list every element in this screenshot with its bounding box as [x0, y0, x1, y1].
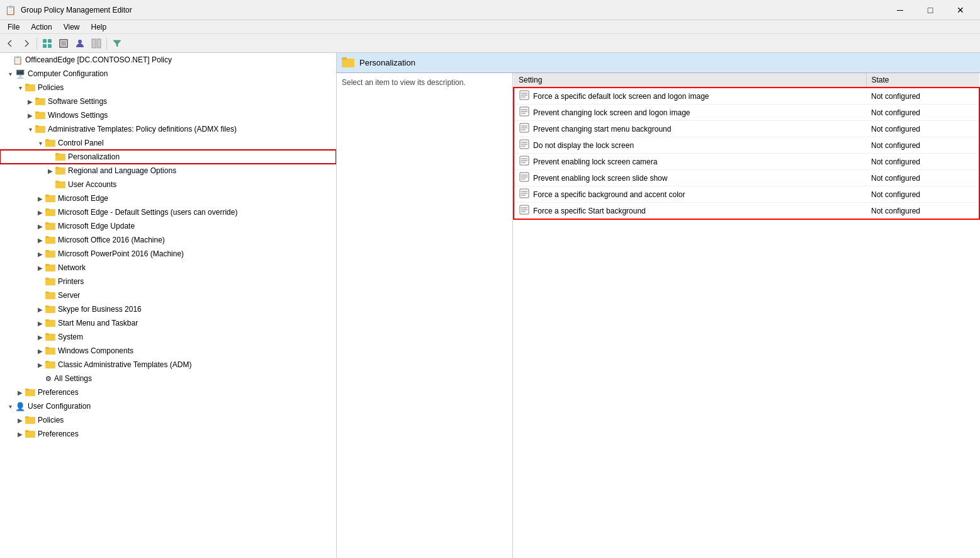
- expand-network[interactable]: ▶: [35, 263, 45, 273]
- tree-windows-components[interactable]: ▶ Windows Components: [0, 344, 336, 358]
- tree-all-settings[interactable]: ⚙ All Settings: [0, 372, 336, 385]
- settings-pane[interactable]: Setting State Force a specific de: [513, 73, 980, 558]
- tree-control-panel[interactable]: ▾ Control Panel: [0, 136, 336, 150]
- expand-skype[interactable]: ▶: [35, 304, 45, 314]
- expand-ms-ppt[interactable]: ▶: [35, 249, 45, 259]
- expand-control[interactable]: ▾: [35, 138, 45, 148]
- expand-ms-edge-update[interactable]: ▶: [35, 221, 45, 231]
- menu-view[interactable]: View: [59, 21, 85, 33]
- tree-user-config[interactable]: ▾ 👤 User Configuration: [0, 399, 336, 413]
- tree-start-menu[interactable]: ▶ Start Menu and Taskbar: [0, 316, 336, 330]
- table-row[interactable]: Prevent enabling lock screen camera Not …: [514, 154, 979, 170]
- svg-rect-43: [45, 305, 49, 307]
- tree-skype[interactable]: ▶ Skype for Business 2016: [0, 302, 336, 316]
- ms-edge-update-label: Microsoft Edge Update: [58, 222, 135, 231]
- state-cell: Not configured: [866, 154, 979, 170]
- tree-policies[interactable]: ▾ Policies: [0, 81, 336, 94]
- tree-user-accounts[interactable]: User Accounts: [0, 178, 336, 191]
- printers-folder-icon: [45, 276, 55, 287]
- svg-rect-55: [25, 416, 29, 418]
- description-hint: Select an item to view its description.: [342, 78, 466, 87]
- svg-rect-33: [45, 236, 49, 238]
- tree-user-preferences[interactable]: ▶ Preferences: [0, 427, 336, 441]
- svg-rect-31: [45, 222, 49, 224]
- all-settings-label: All Settings: [54, 374, 92, 383]
- expand-ms-edge[interactable]: ▶: [35, 193, 45, 203]
- expand-windows[interactable]: ▶: [25, 110, 35, 120]
- table-row[interactable]: Force a specific default lock screen and…: [514, 88, 979, 105]
- setting-cell: Prevent changing lock screen and logon i…: [514, 105, 866, 121]
- expand-software[interactable]: ▶: [25, 96, 35, 106]
- expand-computer-config[interactable]: ▾: [5, 69, 15, 79]
- forward-button[interactable]: [19, 36, 34, 51]
- expand-ms-office[interactable]: ▶: [35, 235, 45, 245]
- expand-preferences[interactable]: ▶: [15, 387, 25, 397]
- expand-ms-edge-default[interactable]: ▶: [35, 207, 45, 217]
- user-accounts-folder-icon: [55, 179, 65, 190]
- policy-icon: [519, 139, 529, 151]
- tree-personalization[interactable]: Personalization: [0, 150, 336, 164]
- tree-user-policies[interactable]: ▶ Policies: [0, 413, 336, 427]
- expand-system[interactable]: ▶: [35, 332, 45, 342]
- skype-folder-icon: [45, 304, 55, 315]
- tree-ms-office[interactable]: ▶ Microsoft Office 2016 (Machine): [0, 233, 336, 247]
- toolbar-btn-1[interactable]: [40, 36, 55, 51]
- setting-cell: Force a specific default lock screen and…: [514, 88, 866, 105]
- table-header-row: Setting State: [514, 73, 979, 88]
- ms-edge-label: Microsoft Edge: [58, 194, 108, 203]
- tree-root[interactable]: 📋 OfficeandEdge [DC.CONTOSO.NET] Policy: [0, 53, 336, 67]
- maximize-button[interactable]: □: [916, 1, 945, 19]
- menu-action[interactable]: Action: [26, 21, 57, 33]
- expand-start-menu[interactable]: ▶: [35, 318, 45, 328]
- tree-software-settings[interactable]: ▶ Software Settings: [0, 94, 336, 108]
- filter-button[interactable]: [110, 36, 125, 51]
- svg-rect-17: [35, 125, 39, 127]
- minimize-button[interactable]: ─: [886, 1, 915, 19]
- tree-system[interactable]: ▶ System: [0, 330, 336, 344]
- tree-printers[interactable]: Printers: [0, 275, 336, 288]
- expand-user-config[interactable]: ▾: [5, 401, 15, 411]
- tree-ms-edge[interactable]: ▶ Microsoft Edge: [0, 191, 336, 205]
- toolbar-btn-4[interactable]: [89, 36, 104, 51]
- tree-admin-templates[interactable]: ▾ Administrative Templates: Policy defin…: [0, 122, 336, 136]
- tree-regional[interactable]: ▶ Regional and Language Options: [0, 164, 336, 178]
- right-content: Select an item to view its description. …: [337, 73, 980, 558]
- svg-rect-49: [45, 347, 49, 349]
- expand-windows-components[interactable]: ▶: [35, 346, 45, 356]
- table-row[interactable]: Prevent enabling lock screen slide show …: [514, 170, 979, 186]
- expand-user-preferences[interactable]: ▶: [15, 429, 25, 439]
- table-row[interactable]: Force a specific Start background Not co…: [514, 203, 979, 220]
- expand-policies[interactable]: ▾: [15, 83, 25, 93]
- toolbar-btn-2[interactable]: [56, 36, 71, 51]
- toolbar-btn-3[interactable]: [72, 36, 87, 51]
- close-button[interactable]: ✕: [946, 1, 975, 19]
- tree-windows-settings[interactable]: ▶ Windows Settings: [0, 108, 336, 122]
- back-button[interactable]: [3, 36, 18, 51]
- root-label: OfficeandEdge [DC.CONTOSO.NET] Policy: [25, 55, 172, 64]
- tree-server[interactable]: Server: [0, 288, 336, 302]
- tree-preferences[interactable]: ▶ Preferences: [0, 385, 336, 399]
- col-header-state[interactable]: State: [866, 73, 979, 88]
- policy-icon: [519, 90, 529, 102]
- computer-config-label: Computer Configuration: [28, 69, 108, 78]
- preferences-label: Preferences: [38, 388, 79, 397]
- table-row[interactable]: Prevent changing start menu background N…: [514, 121, 979, 137]
- expand-user-policies[interactable]: ▶: [15, 415, 25, 425]
- expand-regional[interactable]: ▶: [45, 166, 55, 176]
- table-row[interactable]: Force a specific background and accent c…: [514, 186, 979, 203]
- tree-ms-edge-update[interactable]: ▶ Microsoft Edge Update: [0, 219, 336, 233]
- tree-ms-edge-default[interactable]: ▶ Microsoft Edge - Default Settings (use…: [0, 205, 336, 219]
- tree-computer-config[interactable]: ▾ 🖥️ Computer Configuration: [0, 67, 336, 81]
- expand-classic-admin[interactable]: ▶: [35, 360, 45, 370]
- menu-file[interactable]: File: [3, 21, 25, 33]
- expand-admin[interactable]: ▾: [25, 124, 35, 134]
- tree-classic-admin[interactable]: ▶ Classic Administrative Templates (ADM): [0, 358, 336, 372]
- table-row[interactable]: Prevent changing lock screen and logon i…: [514, 105, 979, 121]
- tree-network[interactable]: ▶ Network: [0, 261, 336, 275]
- menu-help[interactable]: Help: [86, 21, 112, 33]
- table-row[interactable]: Do not display the lock screen Not confi…: [514, 137, 979, 154]
- tree-ms-ppt[interactable]: ▶ Microsoft PowerPoint 2016 (Machine): [0, 247, 336, 261]
- policy-icon: [519, 205, 529, 217]
- setting-name: Force a specific Start background: [533, 207, 646, 215]
- col-header-setting[interactable]: Setting: [514, 73, 866, 88]
